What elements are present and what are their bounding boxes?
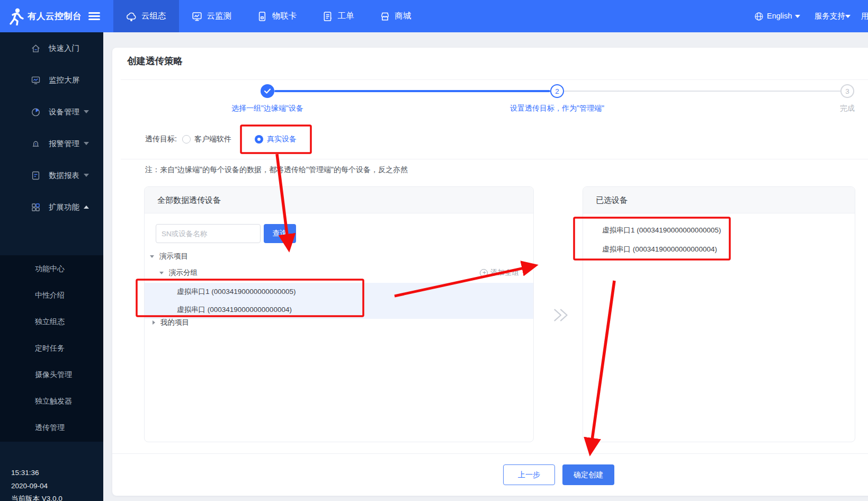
cloud-icon	[126, 11, 137, 22]
divider	[121, 159, 868, 159]
double-chevron-right-icon	[553, 307, 569, 323]
nav-tab-iot-card[interactable]: 物联卡	[244, 0, 310, 32]
tree-node-my-project[interactable]: 我的项目	[153, 318, 189, 327]
check-icon	[264, 88, 271, 94]
step2-circle: 2	[550, 84, 564, 98]
radio-label-real-device[interactable]: 真实设备	[267, 135, 297, 144]
plus-circle-icon	[480, 269, 488, 277]
language-select[interactable]: English	[767, 0, 792, 32]
radio-label-client[interactable]: 客户端软件	[194, 135, 231, 144]
sidebar-footer: 15:31:36 2020-09-04 当前版本 V3.0.0	[11, 469, 101, 501]
search-button[interactable]: 查询	[264, 224, 296, 243]
caret-down-icon	[84, 110, 89, 113]
nav-tab-label: 物联卡	[272, 11, 297, 22]
hamburger-icon[interactable]	[88, 12, 100, 20]
version-label: 当前版本 V3.0.0	[11, 494, 62, 501]
sidebar-item-label: 快速入门	[49, 43, 79, 53]
clock-time: 15:31:36	[11, 469, 39, 477]
mall-icon	[380, 11, 390, 22]
selected-devices-panel-title: 已选设备	[583, 187, 855, 213]
step-connector-pending	[564, 91, 840, 92]
sidebar-item-label: 扩展功能	[49, 202, 79, 212]
user-menu-partial[interactable]: 用	[861, 0, 868, 32]
add-whole-group-label: 添加全组	[490, 268, 519, 278]
sidebar-subitem-standalone-trigger[interactable]: 独立触发器	[0, 388, 103, 414]
sidebar: 快速入门 监控大屏 设备管理 报警管理	[0, 32, 103, 501]
work-order-icon	[323, 11, 333, 22]
sidebar-item-device-mgmt[interactable]: 设备管理	[0, 96, 103, 128]
search-input[interactable]	[156, 224, 261, 243]
step2-label: 设置透传目标，作为"管理端"	[510, 104, 604, 113]
nav-tab-cloud-scada[interactable]: 云组态	[113, 0, 179, 32]
top-nav: 云组态 云监测 物联卡	[113, 0, 424, 32]
tree-node-demo-project[interactable]: 演示项目	[150, 252, 188, 261]
sidebar-subitem-camera-mgmt[interactable]: 摄像头管理	[0, 361, 103, 388]
sidebar-submenu: 功能中心 中性介绍 独立组态 定时任务 摄像头管理 独立触发器 透传管理	[0, 255, 103, 442]
divider	[121, 79, 868, 80]
add-whole-group-link[interactable]: 添加全组	[480, 268, 519, 278]
home-icon	[31, 43, 41, 53]
all-devices-panel-title: 全部数据透传设备	[145, 187, 533, 213]
nav-tab-label: 云监测	[207, 11, 232, 22]
sidebar-item-quick-start[interactable]: 快速入门	[0, 32, 103, 64]
caret-down-icon	[84, 142, 89, 145]
selected-devices-panel: 已选设备 虚拟串口1 (00034190000000000005) 虚拟串口 (…	[583, 186, 855, 442]
tree-expand-icon[interactable]	[150, 255, 154, 258]
selected-device-virtual-serial[interactable]: 虚拟串口 (00034190000000000004)	[602, 240, 717, 258]
divider	[112, 453, 868, 454]
simcard-icon	[257, 11, 267, 22]
caret-down-icon	[84, 174, 89, 177]
target-radio-group: 透传目标: 客户端软件 真实设备	[145, 135, 297, 144]
nav-tab-cloud-monitor[interactable]: 云监测	[179, 0, 245, 32]
tree-collapsed-icon[interactable]	[153, 320, 155, 325]
nav-tab-label: 工单	[338, 11, 354, 22]
support-caret-icon	[845, 15, 851, 18]
device-row-virtual-serial[interactable]: 虚拟串口 (00034190000000000004)	[145, 301, 533, 319]
radio-real-device[interactable]	[255, 135, 263, 144]
nav-tab-label: 商城	[395, 11, 411, 22]
report-icon	[31, 171, 41, 181]
all-devices-panel: 全部数据透传设备 查询 演示项目 演示分组 添加全组 虚拟串口1 (000341…	[144, 186, 534, 442]
sidebar-item-extensions[interactable]: 扩展功能	[0, 191, 103, 223]
sidebar-item-label: 数据报表	[49, 171, 79, 181]
sidebar-item-alarm-mgmt[interactable]: 报警管理	[0, 128, 103, 159]
sidebar-item-label: 设备管理	[49, 107, 79, 117]
sidebar-item-label: 监控大屏	[49, 75, 79, 85]
clock-date: 2020-09-04	[11, 482, 48, 490]
monitor-chart-icon	[192, 11, 202, 22]
support-menu[interactable]: 服务支持	[815, 0, 845, 32]
sidebar-subitem-passthrough-mgmt[interactable]: 透传管理	[0, 414, 103, 441]
app-root: 有人云控制台 云组态 云监测	[0, 0, 868, 501]
nav-tab-work-order[interactable]: 工单	[310, 0, 367, 32]
previous-step-button[interactable]: 上一步	[503, 464, 555, 485]
sidebar-subitem-scheduled-tasks[interactable]: 定时任务	[0, 335, 103, 361]
device-pie-icon	[31, 107, 41, 117]
wizard-card: 创建透传策略 2 3 选择一组"边缘端"设备 设置透传目标，作为"管理端" 完成…	[112, 48, 868, 496]
sidebar-subitem-neutral-intro[interactable]: 中性介绍	[0, 282, 103, 308]
confirm-create-button[interactable]: 确定创建	[562, 464, 614, 485]
radio-client-software[interactable]	[182, 135, 191, 144]
step1-circle	[261, 84, 274, 98]
alarm-icon	[31, 139, 41, 149]
tree-node-label: 我的项目	[160, 318, 189, 327]
screen-icon	[31, 75, 41, 85]
tree-node-demo-group[interactable]: 演示分组	[159, 268, 198, 278]
device-row-virtual-serial-1[interactable]: 虚拟串口1 (00034190000000000005)	[145, 283, 533, 301]
topbar: 有人云控制台 云组态 云监测	[0, 0, 868, 32]
sidebar-subitem-function-center[interactable]: 功能中心	[0, 255, 103, 282]
nav-tab-mall[interactable]: 商城	[367, 0, 424, 32]
page-title: 创建透传策略	[127, 55, 183, 67]
globe-icon	[754, 12, 764, 21]
logo[interactable]: 有人云控制台	[0, 0, 113, 32]
nav-tab-label: 云组态	[141, 11, 166, 22]
sidebar-item-data-report[interactable]: 数据报表	[0, 159, 103, 191]
sidebar-item-monitor-screen[interactable]: 监控大屏	[0, 64, 103, 96]
tree-expand-icon[interactable]	[159, 272, 164, 274]
logo-person-icon	[8, 7, 24, 25]
extensions-grid-icon	[31, 202, 41, 212]
note-text: 注：来自"边缘端"的每个设备的数据，都将透传给"管理端"的每个设备，反之亦然	[145, 165, 408, 175]
sidebar-subitem-standalone-scada[interactable]: 独立组态	[0, 308, 103, 335]
language-caret-icon	[795, 15, 800, 18]
selected-device-virtual-serial-1[interactable]: 虚拟串口1 (00034190000000000005)	[602, 221, 721, 239]
step3-label: 完成	[840, 104, 855, 113]
